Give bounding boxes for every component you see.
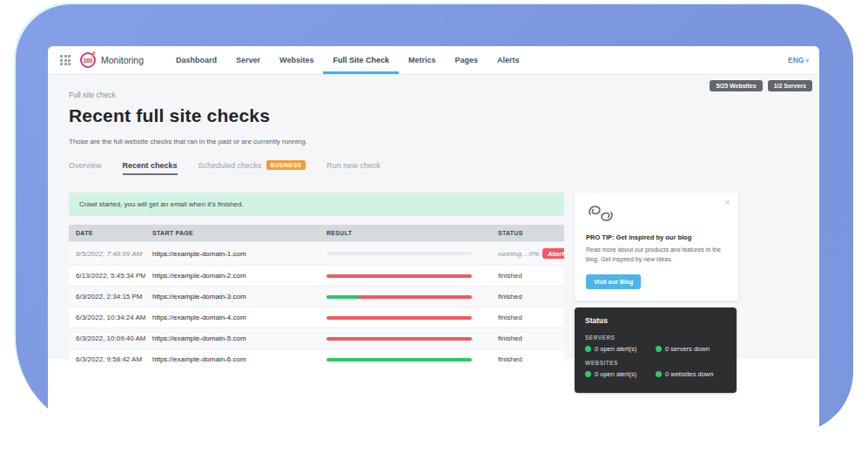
progress-segment-red (326, 316, 472, 320)
status-item-text: 0 open alert(s) (595, 370, 636, 378)
status-section-row: 0 open alert(s)0 websites down (585, 370, 726, 378)
progress-bar (326, 252, 472, 255)
status-item: 0 servers down (656, 345, 726, 353)
protip-body: Read more about our products and feature… (586, 246, 727, 264)
status-item-text: 0 servers down (665, 345, 710, 353)
tab-label: Run new check (326, 161, 380, 170)
business-badge: BUSINESS (266, 160, 306, 170)
caret-down-icon: ▾ (805, 57, 809, 64)
check-result-cell (320, 331, 491, 347)
status-item: 0 open alert(s) (585, 370, 656, 378)
column-header-status: STATUS (491, 225, 564, 241)
status-sections: SERVERS0 open alert(s)0 servers downWEBS… (585, 334, 726, 378)
status-text: finished (498, 355, 522, 363)
nav-item-websites[interactable]: Websites (270, 46, 323, 74)
check-status: finished (491, 287, 564, 307)
progress-bar (326, 316, 472, 320)
status-text: finished (498, 334, 522, 342)
plan-badges: 5/25 Websites1/2 Servers (710, 80, 812, 91)
check-start-page: https://example-domain-5.com (145, 328, 320, 348)
status-text: finished (498, 272, 522, 280)
tab-scheduled-checks[interactable]: Scheduled checksBUSINESS (198, 160, 306, 175)
column-header-result: RESULT (320, 225, 491, 241)
close-icon[interactable]: × (725, 198, 730, 207)
checks-table: DATESTART PAGERESULTSTATUS 9/5/2022, 7:4… (69, 225, 564, 369)
check-start-page: https://example-domain-1.com (145, 244, 320, 264)
tab-overview[interactable]: Overview (69, 161, 102, 175)
status-card-title: Status (585, 316, 726, 325)
check-status: finished (491, 349, 564, 369)
nav-left-group: 360 Monitoring DashboardServerWebsitesFu… (60, 46, 529, 74)
visit-blog-button[interactable]: Visit our Blog (586, 274, 641, 289)
brand-logo[interactable]: 360 Monitoring (80, 52, 144, 68)
nav-item-alerts[interactable]: Alerts (488, 46, 529, 74)
page-title: Recent full site checks (69, 105, 819, 126)
status-card: Status SERVERS0 open alert(s)0 servers d… (575, 307, 737, 393)
main-column: Crawl started, you will get an email whe… (69, 193, 564, 369)
language-selector[interactable]: ENG▾ (788, 56, 809, 64)
status-text: finished (498, 314, 522, 321)
tab-run-new-check[interactable]: Run new check (326, 161, 380, 175)
progress-segment-red (326, 337, 472, 341)
check-status: finished (491, 266, 564, 286)
check-result-cell (320, 246, 491, 261)
check-start-page: https://example-domain-3.com (145, 287, 320, 307)
nav-items: DashboardServerWebsitesFull Site CheckMe… (166, 46, 529, 74)
tab-recent-checks[interactable]: Recent checks (123, 161, 178, 175)
table-row: 6/3/2022, 2:34:15 PMhttps://example-doma… (69, 286, 564, 307)
tab-bar: OverviewRecent checksScheduled checksBUS… (69, 160, 819, 175)
status-item: 0 websites down (656, 370, 726, 378)
table-row: 9/5/2022, 7:48:09 AMhttps://example-doma… (69, 241, 564, 265)
progress-segment-green (326, 358, 472, 362)
table-header-row: DATESTART PAGERESULTSTATUS (69, 225, 564, 241)
top-navbar: 360 Monitoring DashboardServerWebsitesFu… (48, 46, 819, 75)
check-date: 6/3/2022, 10:09:40 AM (69, 328, 145, 348)
check-start-page: https://example-domain-4.com (145, 307, 320, 328)
check-status: finished (491, 307, 564, 328)
app-grid-icon[interactable] (60, 55, 71, 65)
breadcrumb: Full site check (69, 91, 819, 99)
status-section-label-servers: SERVERS (585, 334, 726, 341)
progress-bar (326, 358, 472, 362)
nav-item-metrics[interactable]: Metrics (399, 46, 446, 74)
check-result-cell (320, 289, 491, 305)
logo-360-icon: 360 (80, 52, 96, 68)
plan-badge-1-2-servers: 1/2 Servers (768, 80, 812, 91)
table-row: 6/13/2022, 5:45:34 PMhttps://example-dom… (69, 265, 564, 286)
tab-label: Overview (69, 161, 102, 170)
status-item-text: 0 websites down (665, 370, 713, 378)
green-status-dot (656, 346, 662, 352)
check-start-page: https://example-domain-2.com (145, 266, 320, 286)
check-date: 6/3/2022, 9:58:42 AM (69, 349, 145, 369)
status-item-text: 0 open alert(s) (595, 345, 636, 353)
status-item: 0 open alert(s) (585, 345, 656, 353)
nav-item-pages[interactable]: Pages (445, 46, 488, 74)
table-body: 9/5/2022, 7:48:09 AMhttps://example-doma… (69, 241, 564, 369)
nav-item-full-site-check[interactable]: Full Site Check (323, 46, 399, 74)
check-status: finished (491, 328, 564, 348)
tab-label: Recent checks (123, 161, 178, 170)
check-result-cell (320, 310, 491, 326)
progress-segment-green (326, 295, 359, 299)
check-result-cell (320, 352, 491, 368)
status-text-running: running... 0% (498, 250, 539, 258)
status-section-label-websites: WEBSITES (585, 360, 726, 366)
status-section-row: 0 open alert(s)0 servers down (585, 345, 726, 353)
tab-label: Scheduled checks (198, 161, 262, 170)
protip-title: PRO TIP: Get inspired by our blog (586, 233, 727, 241)
nav-item-server[interactable]: Server (226, 46, 270, 74)
progress-segment-red (359, 295, 472, 299)
brand-name: Monitoring (101, 55, 144, 65)
nav-right-group: ENG▾ (788, 46, 809, 74)
progress-bar (326, 295, 472, 299)
plan-badge-5-25-websites: 5/25 Websites (710, 80, 762, 91)
check-date: 6/3/2022, 2:34:15 PM (69, 287, 145, 307)
table-row: 6/3/2022, 9:58:42 AMhttps://example-doma… (69, 348, 564, 369)
success-alert: Crawl started, you will get an email whe… (69, 193, 564, 216)
protip-card: × PRO TIP: Get inspired by our blog Read… (575, 193, 738, 301)
abort-button[interactable]: Abort (542, 248, 564, 259)
app-window: 360 Monitoring DashboardServerWebsitesFu… (48, 46, 819, 436)
status-text: finished (498, 293, 522, 301)
nav-item-dashboard[interactable]: Dashboard (166, 46, 226, 74)
progress-bar (326, 337, 472, 341)
